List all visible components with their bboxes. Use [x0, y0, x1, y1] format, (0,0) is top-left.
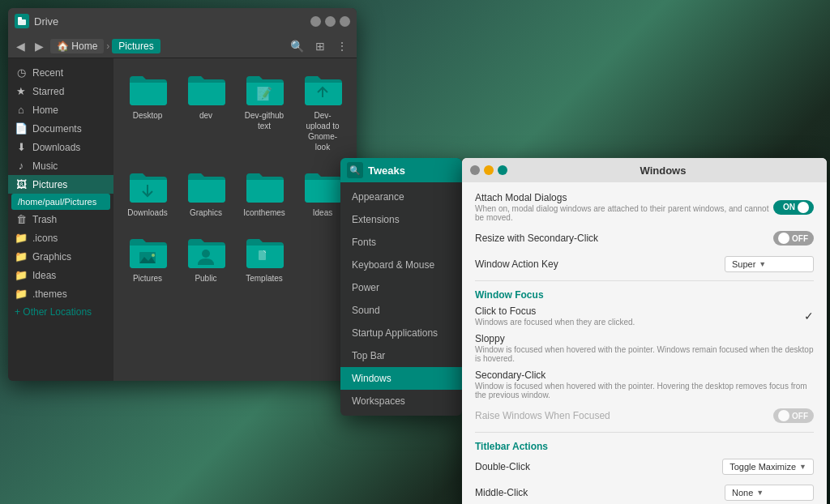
- file-item-iconthemes[interactable]: Iconthemes: [240, 165, 289, 221]
- tweaks-nav-fonts[interactable]: Fonts: [340, 231, 462, 254]
- sidebar-recent-label: Recent: [32, 67, 63, 79]
- view-toggle-icon[interactable]: ⊞: [311, 38, 329, 54]
- sidebar-item-trash[interactable]: 🗑 Trash: [8, 210, 113, 229]
- sidebar-item-starred[interactable]: ★ Starred: [8, 82, 113, 100]
- windows-panel: Windows Attach Modal Dialogs When on, mo…: [462, 158, 827, 504]
- folder-desktop-icon: [126, 71, 169, 107]
- sidebar-item-documents[interactable]: 📄 Documents: [8, 119, 113, 138]
- sidebar-item-downloads[interactable]: ⬇ Downloads: [8, 138, 113, 156]
- middle-click-label: Middle-Click: [475, 487, 725, 498]
- folder-dev-icon: [185, 71, 227, 107]
- drive-window: Drive ◀ ▶ 🏠 Home › Pictures 🔍 ⊞ ⋮ ◷ Rece…: [8, 8, 357, 381]
- tweaks-nav-startup[interactable]: Startup Applications: [340, 322, 462, 344]
- file-dev-upload-label: Dev- upload to Gnome-look: [302, 110, 344, 152]
- sidebar-graphics-label: Graphics: [32, 251, 71, 263]
- windows-body: Attach Modal Dialogs When on, modal dial…: [462, 182, 827, 504]
- search-icon[interactable]: 🔍: [286, 38, 308, 54]
- nav-forward[interactable]: ▶: [32, 38, 47, 54]
- window-action-key-dropdown[interactable]: Super ▼: [725, 256, 814, 272]
- documents-icon: 📄: [15, 122, 28, 135]
- raise-focused-toggle[interactable]: OFF: [773, 408, 814, 423]
- tweaks-nav-topbar[interactable]: Top Bar: [340, 344, 462, 367]
- toggle-circle: [798, 202, 809, 213]
- raise-focused-label: Raise Windows When Focused: [475, 410, 773, 421]
- file-item-dev[interactable]: dev: [182, 68, 230, 156]
- sidebar-item-graphics[interactable]: 📁 Graphics: [8, 247, 113, 266]
- file-item-pictures[interactable]: Pictures: [123, 231, 172, 287]
- wp-close-btn[interactable]: [470, 165, 480, 175]
- middle-click-dropdown[interactable]: None ▼: [725, 485, 814, 501]
- crumb-home[interactable]: 🏠 Home: [50, 39, 104, 53]
- sidebar-item-recent[interactable]: ◷ Recent: [8, 63, 113, 82]
- tweaks-nav-sound[interactable]: Sound: [340, 299, 462, 322]
- file-item-desktop[interactable]: Desktop: [123, 68, 172, 156]
- tweaks-title: Tweaks: [368, 164, 405, 177]
- windows-titlebar: Windows: [462, 158, 827, 182]
- drive-sidebar: ◷ Recent ★ Starred ⌂ Home 📄 Documents ⬇ …: [8, 58, 113, 381]
- sidebar-item-music[interactable]: ♪ Music: [8, 156, 113, 175]
- sidebar-item-pictures[interactable]: 🖼 Pictures: [8, 175, 113, 194]
- music-icon: ♪: [15, 160, 28, 172]
- resize-secondary-row: Resize with Secondary-Click OFF: [475, 229, 814, 248]
- trash-icon: 🗑: [15, 213, 28, 225]
- wp-max-btn[interactable]: [498, 165, 507, 175]
- raise-focused-value: OFF: [792, 412, 808, 421]
- tweaks-header: 🔍 Tweaks: [340, 158, 462, 182]
- tweaks-nav-power[interactable]: Power: [340, 276, 462, 299]
- tweaks-nav-extensions[interactable]: Extensions: [340, 208, 462, 231]
- sidebar-item-themes[interactable]: 📁 .themes: [8, 284, 113, 303]
- resize-secondary-label: Resize with Secondary-Click: [475, 233, 773, 244]
- drive-max-btn[interactable]: [340, 16, 350, 27]
- tweaks-search-icon[interactable]: 🔍: [347, 162, 363, 178]
- file-item-dev-github[interactable]: 📝 Dev-github text: [240, 68, 289, 156]
- dropdown-arrow-2: ▼: [799, 463, 806, 471]
- tweaks-nav-keyboard[interactable]: Keyboard & Mouse: [340, 254, 462, 276]
- folder-iconthemes-icon: [243, 169, 285, 204]
- drive-close-btn[interactable]: [310, 16, 321, 27]
- crumb-pictures[interactable]: Pictures: [112, 39, 160, 53]
- file-item-public[interactable]: Public: [182, 231, 230, 287]
- window-action-key-label: Window Action Key: [475, 258, 725, 270]
- secondary-click-focus-row: Secondary-Click Window is focused when h…: [475, 369, 814, 399]
- more-options-icon[interactable]: ⋮: [332, 38, 352, 54]
- downloads-icon: ⬇: [15, 141, 28, 153]
- file-item-graphics[interactable]: Graphics: [182, 165, 230, 221]
- click-to-focus-check: ✓: [804, 310, 814, 322]
- tweaks-nav-appearance[interactable]: Appearance: [340, 186, 462, 208]
- sloppy-row: Sloppy Window is focused when hovered wi…: [475, 333, 814, 363]
- drive-min-btn[interactable]: [325, 16, 336, 27]
- wp-min-btn[interactable]: [484, 165, 494, 175]
- drive-content: Desktop dev: [113, 58, 357, 381]
- recent-icon: ◷: [15, 66, 28, 79]
- tweaks-nav-workspaces[interactable]: Workspaces: [340, 390, 462, 412]
- drive-app-icon: [15, 14, 29, 28]
- folder-dev-github-icon: 📝: [243, 71, 285, 107]
- nav-back[interactable]: ◀: [13, 38, 28, 54]
- windows-panel-title: Windows: [507, 164, 819, 177]
- drive-wm-buttons: [310, 16, 350, 27]
- click-to-focus-row: Click to Focus Windows are focused when …: [475, 305, 814, 327]
- sidebar-item-icons[interactable]: 📁 .icons: [8, 229, 113, 247]
- file-item-dev-upload[interactable]: Dev- upload to Gnome-look: [298, 68, 347, 156]
- titlebar-actions-section: Titlebar Actions: [475, 441, 814, 452]
- sidebar-item-other-locations[interactable]: + Other Locations: [8, 303, 113, 321]
- sidebar-home-label: Home: [32, 105, 58, 116]
- file-item-ideas[interactable]: Ideas: [298, 165, 347, 221]
- sidebar-themes-label: .themes: [32, 288, 67, 300]
- svg-point-8: [152, 254, 155, 257]
- sidebar-item-home[interactable]: ⌂ Home: [8, 100, 113, 119]
- svg-rect-0: [18, 19, 26, 25]
- folder-dev-upload-icon: [302, 71, 344, 107]
- folder-graphics-icon: 📁: [15, 250, 28, 263]
- folder-ideas-icon: [302, 169, 344, 204]
- double-click-dropdown[interactable]: Toggle Maximize ▼: [722, 459, 814, 475]
- folder-graphics-icon: [185, 169, 227, 204]
- file-dev-github-label: Dev-github text: [243, 110, 285, 131]
- attach-modal-toggle[interactable]: ON: [773, 200, 814, 215]
- file-item-templates[interactable]: Templates: [240, 231, 289, 287]
- file-item-downloads[interactable]: Downloads: [123, 165, 172, 221]
- resize-secondary-toggle[interactable]: OFF: [773, 231, 814, 246]
- tweaks-nav-windows[interactable]: Windows: [340, 367, 462, 390]
- pictures-icon: 🖼: [15, 178, 28, 190]
- sidebar-item-ideas[interactable]: 📁 Ideas: [8, 266, 113, 284]
